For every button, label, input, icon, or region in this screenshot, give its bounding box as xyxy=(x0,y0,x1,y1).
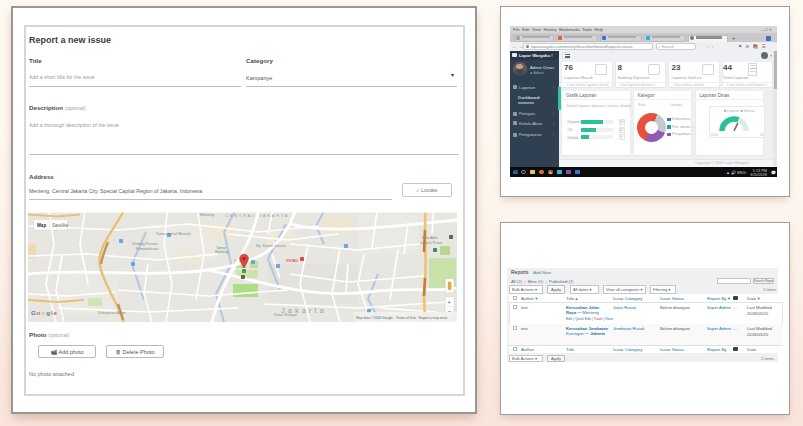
svg-text:Gedung Perintis: Gedung Perintis xyxy=(132,242,158,246)
svg-text:Taman Ismail Marzuki: Taman Ismail Marzuki xyxy=(156,232,191,236)
svg-text:e: e xyxy=(53,309,57,316)
svg-text:Menteng: Menteng xyxy=(215,250,228,254)
svg-text:Map data ©2018 Google Terms: Map data ©2018 Google Terms of Use Repor… xyxy=(356,316,448,320)
svg-text:Satellite: Satellite xyxy=(52,223,69,228)
svg-text:Kemerdekaan: Kemerdekaan xyxy=(136,247,158,251)
svg-text:Menteng: Menteng xyxy=(200,213,214,217)
svg-text:o: o xyxy=(41,309,45,316)
svg-text:Rp. Senen Jakarta: Rp. Senen Jakarta xyxy=(256,244,286,248)
svg-text:RSPAD: RSPAD xyxy=(286,259,299,263)
svg-text:Map: Map xyxy=(37,223,46,228)
svg-text:Jakarta Pusat: Jakarta Pusat xyxy=(420,241,442,245)
svg-text:Kebayoran Adam: Kebayoran Adam xyxy=(98,311,126,315)
svg-text:g: g xyxy=(46,309,50,316)
svg-text:CENTRAL JAKARTA: CENTRAL JAKARTA xyxy=(225,213,289,218)
svg-text:Jakarta: Jakarta xyxy=(281,306,327,315)
svg-text:o: o xyxy=(37,309,41,316)
svg-text:Kota Adm.: Kota Adm. xyxy=(422,236,439,240)
svg-text:+: + xyxy=(447,299,451,306)
svg-text:G: G xyxy=(31,309,36,316)
